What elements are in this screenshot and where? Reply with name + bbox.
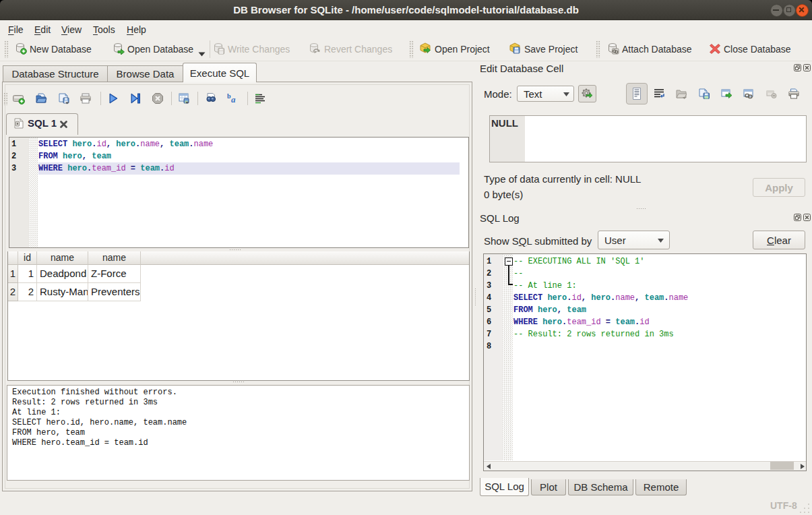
- svg-text:a: a: [231, 94, 236, 104]
